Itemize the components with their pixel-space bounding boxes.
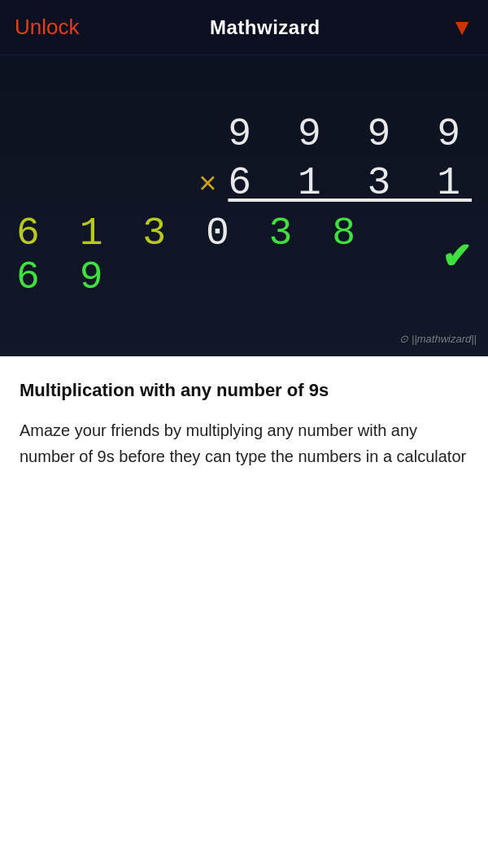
unlock-button[interactable]: Unlock xyxy=(15,15,79,40)
chevron-down-icon[interactable]: ▼ xyxy=(451,15,473,41)
app-title: Mathwizard xyxy=(210,16,320,39)
times-sign: × xyxy=(198,166,216,201)
top-number: 9 9 9 9 xyxy=(228,112,472,156)
app-header: Unlock Mathwizard ▼ xyxy=(0,0,488,55)
result-digit-2: 1 xyxy=(80,212,111,255)
result-digit-6: 8 xyxy=(332,212,364,255)
result-row: 6 1 3 0 3 8 6 9 ✔ xyxy=(16,212,472,299)
result-digit-7: 6 xyxy=(16,255,48,299)
second-number: 6 1 3 1 xyxy=(228,161,472,205)
result-digit-1: 6 xyxy=(16,212,48,255)
math-display-area: 9 9 9 9 × 6 1 3 1 6 1 3 0 3 8 6 9 ✔ ⊙ ||… xyxy=(0,55,488,356)
result-number: 6 1 3 0 3 8 6 9 xyxy=(16,212,417,299)
result-digit-4: 0 xyxy=(206,212,237,255)
math-equation: 9 9 9 9 × 6 1 3 1 6 1 3 0 3 8 6 9 ✔ xyxy=(16,112,472,299)
watermark-text: ⊙ ||mathwizard|| xyxy=(399,333,477,345)
result-digit-8: 9 xyxy=(80,255,111,299)
multiplier-row: × 6 1 3 1 xyxy=(198,161,472,205)
top-number-row: 9 9 9 9 xyxy=(228,112,472,156)
watermark: ⊙ ||mathwizard|| xyxy=(399,333,477,345)
checkmark-icon: ✔ xyxy=(442,235,472,277)
content-title: Multiplication with any number of 9s xyxy=(20,379,468,403)
result-digit-3: 3 xyxy=(142,212,174,255)
content-body: Amaze your friends by multiplying any nu… xyxy=(20,417,468,469)
result-digit-5: 3 xyxy=(269,212,301,255)
content-area: Multiplication with any number of 9s Ama… xyxy=(0,356,488,868)
